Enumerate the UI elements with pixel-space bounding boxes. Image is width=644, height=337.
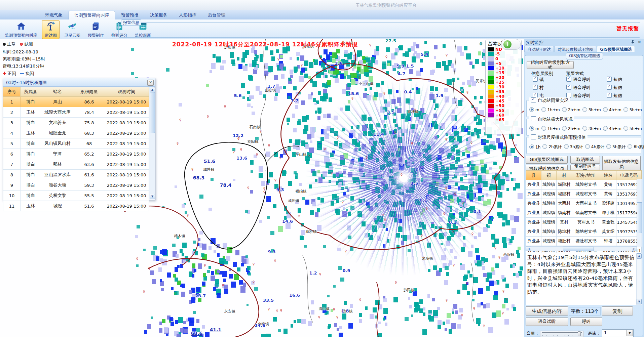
contact-col-header[interactable]: 职务/地址 bbox=[572, 171, 600, 180]
warning-message-box[interactable]: 玉林市气象台19日5时15分发布暴雨橙色预警信号：4时以来兴业县城隍大西水库已出… bbox=[526, 253, 642, 305]
sms-checkbox-镇[interactable]: 短信 bbox=[607, 77, 622, 83]
cancel-circle-button[interactable]: 取消圈选 bbox=[570, 156, 600, 164]
table-row[interactable]: 2玉林城隍大西水库78.42022-08-19 15:00 bbox=[3, 107, 149, 118]
rain-col-header[interactable]: 站名 bbox=[41, 87, 74, 97]
menu-tab-3[interactable]: 预警预报 bbox=[116, 11, 144, 19]
menu-tab-1[interactable]: 环境气象 bbox=[40, 11, 68, 19]
table-row[interactable]: 5博白凤山镇凤山村682022-08-19 15:00 bbox=[3, 138, 149, 149]
auto-wind-checkbox[interactable] bbox=[531, 116, 536, 121]
scroll-down-icon[interactable]: ▼ bbox=[150, 194, 155, 199]
radio-5h累计[interactable]: 5h累计 bbox=[606, 144, 626, 150]
sms-checkbox-村[interactable]: 短信 bbox=[607, 85, 622, 91]
radio-3h+m[interactable]: 3h+m bbox=[582, 126, 601, 131]
satellite-button[interactable]: 卫星云图 bbox=[62, 20, 83, 39]
contact-col-header[interactable]: 姓名 bbox=[600, 171, 616, 180]
panel-tab-2[interactable]: 对流尺度模式+地图 bbox=[555, 46, 596, 52]
checkbox[interactable] bbox=[566, 93, 571, 98]
contact-col-header[interactable]: 镇 bbox=[541, 171, 556, 180]
radar-button[interactable]: 雷达图 bbox=[42, 20, 60, 39]
table-row[interactable]: 11玉林城隍51.62022-08-19 15:00 bbox=[3, 201, 149, 211]
menu-tab-5[interactable]: 人影指挥 bbox=[174, 11, 202, 19]
speed-combobox[interactable]: 1 ▼ bbox=[602, 329, 634, 337]
contacts-hscrollbar[interactable]: ◄ ► bbox=[526, 246, 637, 251]
table-row[interactable]: 1博白凤山86.62022-08-19 15:00 bbox=[3, 97, 149, 107]
menu-tab-4[interactable]: 决策服务 bbox=[145, 11, 173, 19]
scroll-up-icon[interactable]: ▲ bbox=[150, 87, 155, 92]
contacts-vscrollbar[interactable] bbox=[637, 179, 642, 247]
table-row[interactable]: 4玉林城隍金党68.32022-08-19 15:00 bbox=[3, 128, 149, 138]
radio-2h+m[interactable]: 2h+m bbox=[562, 107, 580, 112]
scroll-up-icon[interactable]: ▲ bbox=[637, 253, 642, 259]
panel-tab-1[interactable]: 自动站+雷达 bbox=[524, 46, 554, 52]
sms-checkbox-屯[interactable]: 短信 bbox=[607, 93, 622, 99]
voice-checkbox-镇[interactable]: 语音呼叫 bbox=[566, 77, 591, 83]
checkbox[interactable] bbox=[533, 77, 538, 82]
contact-col-header[interactable]: 村 bbox=[557, 171, 572, 180]
rain-col-header[interactable]: 序号 bbox=[3, 87, 21, 97]
table-row[interactable]: 10博白英桥文黎55.52022-08-19 15:00 bbox=[3, 191, 149, 201]
chevron-down-icon[interactable]: ▼ bbox=[627, 330, 633, 336]
table-row[interactable]: 3博白文地姜充75.82022-08-19 15:00 bbox=[3, 118, 149, 128]
contact-row[interactable]: 兴业县城隍镇镇南村镇南村支书谭于模151775946 bbox=[526, 208, 642, 218]
level-checkbox-镇[interactable]: 镇 bbox=[533, 77, 544, 83]
close-icon[interactable]: × bbox=[637, 39, 642, 44]
scroll-right-icon[interactable]: ► bbox=[632, 247, 637, 251]
message-scrollbar[interactable]: ▲ ▼ bbox=[636, 253, 642, 305]
contact-row[interactable]: 兴业县城隍镇城隍村城隍村支书黄铸135176975 bbox=[526, 189, 642, 199]
radio-m[interactable]: m bbox=[529, 126, 539, 131]
forecast-checkbox[interactable] bbox=[531, 134, 536, 139]
radio-4h累计[interactable]: 4h累计 bbox=[585, 144, 604, 150]
checkbox[interactable] bbox=[533, 85, 538, 90]
rain-table-scrollbar[interactable]: ▲ ▼ bbox=[149, 87, 155, 200]
rain-col-header[interactable]: 累积雨量 bbox=[74, 87, 104, 97]
contact-row[interactable]: 兴业县城隍镇陈塘村陈塘村支书莫文绍139775796 bbox=[526, 227, 642, 237]
scroll-left-icon[interactable]: ◄ bbox=[526, 247, 531, 251]
scroll-thumb[interactable] bbox=[150, 92, 155, 133]
checkbox[interactable] bbox=[607, 93, 612, 98]
radio-1h+m[interactable]: 1h+m bbox=[541, 126, 560, 131]
contact-row[interactable]: 兴业县城隍镇塘肚村塘肚村支书钟塔137885534 bbox=[526, 237, 642, 246]
radio-2h累计[interactable]: 2h累计 bbox=[542, 144, 562, 150]
radio-3h累计[interactable]: 3h累计 bbox=[564, 144, 583, 150]
table-row[interactable]: 6博白宁潭65.22022-08-19 15:00 bbox=[3, 149, 149, 159]
close-icon[interactable]: × bbox=[147, 80, 154, 86]
rain-col-header[interactable]: 观测时间 bbox=[104, 87, 149, 97]
table-row[interactable]: 7博白那林63.62022-08-19 15:00 bbox=[3, 159, 149, 170]
call-button[interactable]: 呼叫 bbox=[570, 318, 602, 326]
contact-row[interactable]: 兴业县城隍镇莫村莫村支书覃金乾134575405 bbox=[526, 218, 642, 227]
rain-window-titlebar[interactable]: 03时~15时累积雨量 × bbox=[3, 78, 155, 87]
tts-preview-button[interactable]: 语音试听 bbox=[526, 318, 568, 326]
call-level-button[interactable]: 靶向叫应的级别和方式 bbox=[527, 61, 574, 69]
auto-rain-checkbox[interactable] bbox=[531, 97, 536, 102]
radio-m[interactable]: m bbox=[529, 107, 539, 112]
home-button[interactable]: 监测预警靶向叫应 bbox=[2, 20, 40, 39]
pin-icon[interactable] bbox=[630, 40, 635, 45]
radio-1h[interactable]: 1h bbox=[529, 144, 540, 150]
checkbox[interactable] bbox=[607, 85, 612, 90]
table-row[interactable]: 8博白亚山温罗水库61.62022-08-19 15:00 bbox=[3, 170, 149, 180]
gis-circle-button[interactable]: GIS预警区域圈选 bbox=[526, 156, 568, 164]
copy-button[interactable]: 复制 bbox=[602, 306, 633, 315]
radio-3h+m[interactable]: 3h+m bbox=[582, 107, 601, 112]
warning-doc-button[interactable]: 预警制作 bbox=[85, 20, 107, 39]
radio-5h+m[interactable]: 5h+m bbox=[623, 107, 642, 112]
scroll-down-icon[interactable]: ▼ bbox=[637, 299, 642, 304]
menu-tab-2[interactable]: 监测预警靶向叫应 bbox=[69, 11, 115, 19]
voice-checkbox-村[interactable]: 语音呼叫 bbox=[566, 85, 591, 91]
radio-4h+m[interactable]: 4h+m bbox=[603, 107, 621, 112]
level-checkbox-村[interactable]: 村 bbox=[533, 85, 544, 91]
radio-2h+m[interactable]: 2h+m bbox=[562, 126, 580, 131]
contact-col-header[interactable]: 县 bbox=[526, 171, 541, 180]
radar-map[interactable]: ♀♀♀♀♀♀♀♀♀♀♀♀♀♀♀♀♀♀♀♀♀♀♀♀♀♀♀♀♀♀♀♀♀♀♀♀♀♀♀♀… bbox=[0, 39, 524, 337]
menu-tab-6[interactable]: 后台管理 bbox=[202, 11, 231, 19]
radio-1h+m[interactable]: 1h+m bbox=[541, 107, 560, 112]
rain-col-header[interactable]: 所属县 bbox=[21, 87, 41, 97]
radio-5h+m[interactable]: 5h+m bbox=[623, 126, 642, 131]
checkbox[interactable] bbox=[566, 77, 571, 82]
checkbox[interactable] bbox=[607, 77, 612, 82]
slider-thumb[interactable] bbox=[578, 331, 581, 336]
volume-slider[interactable] bbox=[540, 331, 584, 337]
generate-message-button[interactable]: 生成信息内容 bbox=[526, 306, 568, 315]
scroll-thumb[interactable] bbox=[637, 202, 642, 233]
checkbox[interactable] bbox=[566, 85, 571, 90]
